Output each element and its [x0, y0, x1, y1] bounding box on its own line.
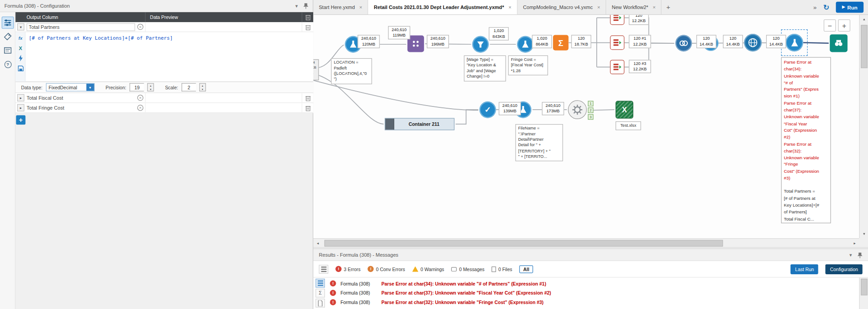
formula-row-total-fringe-cost[interactable]: ▸ Total Fringe Cost × — [15, 103, 313, 113]
collapse-row-icon[interactable]: ▾ — [17, 23, 24, 31]
output-column-name-input[interactable] — [27, 23, 135, 31]
delete-all-icon[interactable] — [302, 12, 314, 22]
scale-stepper[interactable]: ▴▾ — [199, 83, 206, 91]
results-vertical-scrollbar[interactable] — [859, 277, 868, 309]
tool-container-211[interactable]: Container 211 — [385, 118, 455, 130]
join-tool[interactable] — [676, 35, 692, 51]
remove-column-icon[interactable]: × — [137, 95, 144, 101]
expand-row-icon[interactable]: ▸ — [17, 94, 24, 101]
unique-tool[interactable]: ✓ — [480, 101, 496, 118]
close-tab-icon[interactable]: × — [653, 5, 655, 10]
formula-row-total-partners[interactable]: ▾ × — [15, 22, 313, 32]
annotation-location[interactable]: LOCATION = Padleft ([LOCATION],4,"0 ") — [331, 58, 372, 84]
expression-editor[interactable]: fx X [# of Partners at Key Locations]+[#… — [15, 32, 313, 82]
dropdown-arrow-icon[interactable]: ▾ — [86, 83, 94, 91]
panel-pin-icon[interactable] — [303, 3, 308, 9]
zoom-out-button[interactable]: − — [824, 19, 836, 32]
tile-tool-top[interactable] — [610, 15, 625, 25]
delete-row-icon[interactable] — [302, 23, 314, 30]
scrollbar-thumb[interactable] — [861, 279, 868, 295]
summarize-tool[interactable]: Σ — [553, 35, 568, 50]
add-column-button[interactable]: + — [16, 115, 26, 125]
results-layout-icon[interactable] — [319, 265, 329, 274]
filter-errors[interactable]: !3 Errors — [335, 266, 361, 272]
annotation-wage-type[interactable]: [Wage Type] = "Key Location & Job" and [… — [464, 55, 506, 81]
zoom-in-button[interactable]: + — [838, 19, 850, 32]
publish-globe-tool[interactable] — [744, 34, 762, 51]
navigation-tab-icon[interactable] — [2, 44, 14, 56]
scale-input[interactable] — [182, 83, 196, 91]
data-type-dropdown[interactable]: FixedDecimal ▾ — [46, 83, 95, 91]
scroll-right-icon[interactable]: ▸ — [850, 239, 859, 248]
filter-all-button[interactable]: All — [519, 265, 533, 273]
output-column-name[interactable]: Total Fiscal Cost — [27, 95, 135, 101]
filter-files[interactable]: 0 Files — [492, 266, 512, 272]
output-column-name[interactable]: Total Fringe Cost — [27, 105, 135, 111]
scroll-up-icon[interactable]: ▴ — [860, 15, 868, 24]
expand-row-icon[interactable]: ▸ — [17, 104, 24, 111]
tile-tool-bottom[interactable] — [610, 60, 625, 74]
browse-tool[interactable] — [830, 34, 847, 52]
tab-start-here[interactable]: Start Here.yxmd× — [313, 0, 368, 14]
filter-conv-errors[interactable]: !0 Conv Errors — [368, 266, 405, 272]
formula-tool-2[interactable] — [517, 36, 534, 53]
new-tab-button[interactable]: + — [662, 0, 675, 14]
workflow-canvas[interactable]: 4 KB Σ ✓ 1 2 3 X 240,610120MB 240,610119… — [313, 15, 859, 238]
annotation-tab-icon[interactable] — [2, 31, 14, 43]
close-tab-icon[interactable]: × — [597, 5, 600, 10]
scrollbar-thumb[interactable] — [324, 240, 723, 247]
scroll-left-icon[interactable]: ◂ — [313, 239, 322, 248]
macro-output-2[interactable]: 2 — [588, 107, 593, 113]
result-message-row[interactable]: ! Formula (308) Parse Error at char(34):… — [330, 279, 858, 288]
panel-pin-icon[interactable] — [858, 252, 863, 258]
filter-tool[interactable] — [472, 36, 489, 53]
constants-icon[interactable] — [17, 54, 24, 62]
run-button[interactable]: ▶ Run — [836, 2, 863, 13]
configuration-button[interactable]: Configuration — [826, 264, 863, 274]
summary-view-icon[interactable]: Σ — [315, 289, 325, 298]
last-run-button[interactable]: Last Run — [791, 264, 818, 274]
tab-retail-costs[interactable]: Retail Costs 2021.01.30 Dept Leader Adju… — [368, 0, 517, 14]
tab-new-workflow2[interactable]: New Workflow2*× — [606, 0, 662, 14]
saved-expressions-icon[interactable] — [17, 64, 24, 72]
schedule-history-icon[interactable]: ↻ — [823, 3, 829, 11]
filter-warnings[interactable]: 0 Warnings — [412, 266, 444, 272]
precision-stepper[interactable]: ▴▾ — [147, 83, 154, 91]
precision-input[interactable] — [130, 83, 144, 91]
annotation-fringe-cost[interactable]: Fringe Cost = [Fiscal Year Cost] *1.28 — [508, 55, 548, 76]
panel-collapse-icon[interactable]: ▾ — [295, 3, 298, 9]
annotation-test-xlsx[interactable]: Test.xlsx — [616, 121, 641, 130]
excel-output-tool[interactable]: X — [616, 101, 633, 119]
formula-error-annotation[interactable]: Parse Error at char(34): Unknown variabl… — [781, 57, 831, 223]
tab-overflow-icon[interactable]: » — [813, 4, 817, 11]
columns-icon[interactable]: X — [17, 44, 24, 52]
tab-compmodeling-macro[interactable]: CompModeling_Macro v4.yxmc× — [517, 0, 606, 14]
tile-tool-mid[interactable] — [610, 36, 625, 50]
container-grip[interactable] — [385, 119, 394, 130]
macro-output-1[interactable]: 1 — [588, 101, 593, 106]
macro-tool[interactable] — [568, 100, 587, 119]
expression-text[interactable]: [# of Partners at Key Locations]+[# of P… — [29, 36, 310, 41]
canvas-horizontal-scrollbar[interactable]: ◂ ▸ — [313, 238, 859, 247]
delete-row-icon[interactable] — [302, 94, 314, 101]
data-view-icon[interactable] — [315, 299, 325, 308]
help-tab-icon[interactable]: ? — [2, 58, 14, 70]
delete-row-icon[interactable] — [302, 105, 314, 111]
result-message-row[interactable]: ! Formula (308) Parse Error at char(37):… — [330, 288, 858, 298]
panel-collapse-icon[interactable]: ▾ — [850, 252, 852, 258]
functions-icon[interactable]: fx — [17, 34, 24, 42]
scrollbar-thumb[interactable] — [861, 25, 868, 68]
annotation-filename[interactable]: FileName = ".\Partner Detail\Partner Det… — [516, 124, 563, 161]
remove-column-icon[interactable]: × — [137, 24, 144, 30]
remove-column-icon[interactable]: × — [137, 105, 144, 111]
scroll-down-icon[interactable]: ▾ — [860, 230, 868, 239]
close-tab-icon[interactable]: × — [508, 5, 511, 10]
macro-output-3[interactable]: 3 — [588, 114, 593, 120]
filter-messages[interactable]: 0 Messages — [452, 266, 485, 272]
result-message-row[interactable]: ! Formula (308) Parse Error at char(32):… — [330, 298, 858, 307]
messages-view-icon[interactable] — [315, 279, 325, 288]
configuration-tab-icon[interactable] — [2, 17, 14, 29]
close-tab-icon[interactable]: × — [359, 5, 362, 10]
canvas-vertical-scrollbar[interactable]: ▴ ▾ — [859, 15, 868, 238]
formula-row-total-fiscal-cost[interactable]: ▸ Total Fiscal Cost × — [15, 93, 313, 103]
